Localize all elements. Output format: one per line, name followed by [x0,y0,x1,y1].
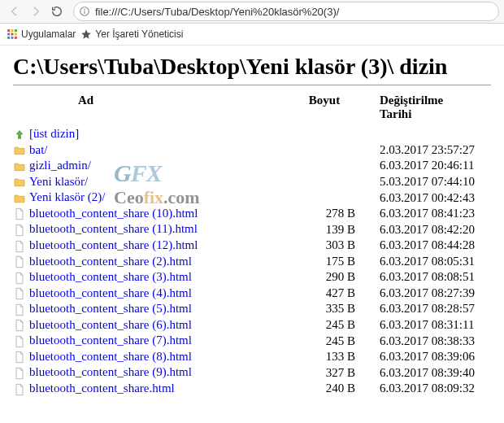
address-bar[interactable]: file:///C:/Users/Tuba/Desktop/Yeni%20kla… [73,2,499,21]
star-icon [80,28,92,40]
file-date: 6.03.2017 08:42:20 [380,221,491,238]
table-row: bluetooth_content_share (12).html303 B6.… [13,238,491,254]
directory-listing: GFX Ceofix.com C:\Users\Tuba\Desktop\Yen… [0,46,504,410]
file-date: 6.03.2017 08:38:33 [380,333,491,349]
file-size: 278 B [309,206,380,222]
svg-rect-5 [15,29,17,32]
folder-link[interactable]: Yeni klasör (2)/ [29,190,105,203]
svg-rect-11 [15,37,17,39]
table-row: bluetooth_content_share (5).html335 B6.0… [13,301,491,317]
folder-link[interactable]: bat/ [29,143,48,156]
divider [13,85,491,85]
file-link[interactable]: bluetooth_content_share (4).html [29,286,192,299]
file-size: 290 B [309,269,380,286]
file-date: 6.03.2017 08:09:32 [380,381,491,397]
browser-toolbar: file:///C:/Users/Tuba/Desktop/Yeni%20kla… [0,0,504,24]
forward-button[interactable] [26,2,46,21]
apps-shortcut[interactable]: Uygulamalar [7,28,76,40]
file-link[interactable]: bluetooth_content_share (7).html [29,334,192,347]
file-size [309,158,380,174]
file-link[interactable]: bluetooth_content_share (12).html [29,238,198,251]
address-text: file:///C:/Users/Tuba/Desktop/Yeni%20kla… [95,6,493,18]
file-date: 5.03.2017 07:44:10 [380,174,491,190]
table-row: bluetooth_content_share (10).html278 B6.… [13,206,491,222]
table-row: Yeni klasör (2)/6.03.2017 00:42:43 [13,190,491,206]
folder-link[interactable]: gizli_admin/ [29,159,91,172]
table-row: bluetooth_content_share (2).html175 B6.0… [13,254,491,270]
file-date: 6.03.2017 08:39:06 [380,349,491,365]
page-title: C:\Users\Tuba\Desktop\Yeni klasör (3)\ d… [13,54,491,80]
table-row: bluetooth_content_share.html240 B6.03.20… [13,381,491,397]
file-link[interactable]: bluetooth_content_share (9).html [29,365,192,378]
svg-rect-4 [11,29,14,32]
file-size [309,174,380,190]
svg-rect-9 [7,37,10,39]
file-date: 6.03.2017 08:44:28 [380,238,491,254]
svg-rect-10 [11,37,14,39]
file-link[interactable]: bluetooth_content_share (11).html [29,222,198,235]
table-row: [üst dizin] [13,126,491,142]
bookmark-manager-shortcut[interactable]: Yer İşareti Yöneticisi [80,28,183,40]
parent-dir-link[interactable]: [üst dizin] [29,127,79,140]
folder-link[interactable]: Yeni klasör/ [29,175,88,188]
col-size[interactable]: Boyut [309,94,380,126]
file-date: 6.03.2017 08:39:40 [380,364,491,381]
file-date: 6.03.2017 08:27:39 [380,286,491,302]
table-row: bluetooth_content_share (6).html245 B6.0… [13,317,491,334]
table-row: bluetooth_content_share (11).html139 B6.… [13,221,491,238]
svg-rect-8 [15,33,17,36]
file-size: 427 B [309,286,380,302]
file-size: 335 B [309,301,380,317]
apps-label: Uygulamalar [21,28,76,40]
table-row: bat/2.03.2017 23:57:27 [13,142,491,159]
bookmark-manager-label: Yer İşareti Yöneticisi [95,28,183,40]
table-row: bluetooth_content_share (7).html245 B6.0… [13,333,491,349]
apps-icon [7,28,18,40]
svg-rect-7 [11,33,14,36]
reload-button[interactable] [47,2,67,21]
file-size: 240 B [309,381,380,397]
svg-rect-2 [84,11,85,14]
file-size: 133 B [309,349,380,365]
file-date: 6.03.2017 08:41:23 [380,206,491,222]
back-button[interactable] [5,2,24,21]
file-date [380,126,491,142]
table-row: bluetooth_content_share (9).html327 B6.0… [13,364,491,381]
svg-point-1 [84,9,85,11]
file-date: 2.03.2017 23:57:27 [380,142,491,159]
table-row: Yeni klasör/5.03.2017 07:44:10 [13,174,491,190]
file-date: 6.03.2017 08:08:51 [380,269,491,286]
file-size: 303 B [309,238,380,254]
bookmarks-bar: Uygulamalar Yer İşareti Yöneticisi [0,24,504,46]
file-size [309,190,380,206]
arrow-left-icon [8,5,21,18]
info-icon [79,6,90,17]
file-date: 6.03.2017 08:31:11 [380,317,491,334]
arrow-right-icon [29,5,42,18]
svg-rect-3 [7,29,10,32]
table-row: gizli_admin/6.03.2017 20:46:11 [13,158,491,174]
file-date: 6.03.2017 08:28:57 [380,301,491,317]
file-size [309,126,380,142]
file-size: 139 B [309,221,380,238]
file-size: 245 B [309,317,380,334]
col-date[interactable]: Değiştirilme Tarihi [380,94,491,126]
svg-rect-6 [7,33,10,36]
file-link[interactable]: bluetooth_content_share (8).html [29,350,192,363]
table-row: bluetooth_content_share (8).html133 B6.0… [13,349,491,365]
table-row: bluetooth_content_share (3).html290 B6.0… [13,269,491,286]
col-name[interactable]: Ad [13,94,309,126]
reload-icon [50,5,63,18]
file-link[interactable]: bluetooth_content_share (10).html [29,207,198,220]
file-size: 327 B [309,364,380,381]
file-date: 6.03.2017 20:46:11 [380,158,491,174]
file-link[interactable]: bluetooth_content_share (2).html [29,255,192,268]
file-link[interactable]: bluetooth_content_share (6).html [29,318,192,331]
file-size: 245 B [309,333,380,349]
file-date: 6.03.2017 08:05:31 [380,254,491,270]
file-link[interactable]: bluetooth_content_share (5).html [29,302,192,315]
table-row: bluetooth_content_share (4).html427 B6.0… [13,286,491,302]
file-link[interactable]: bluetooth_content_share.html [29,382,175,395]
file-link[interactable]: bluetooth_content_share (3).html [29,270,192,283]
file-size [309,142,380,159]
